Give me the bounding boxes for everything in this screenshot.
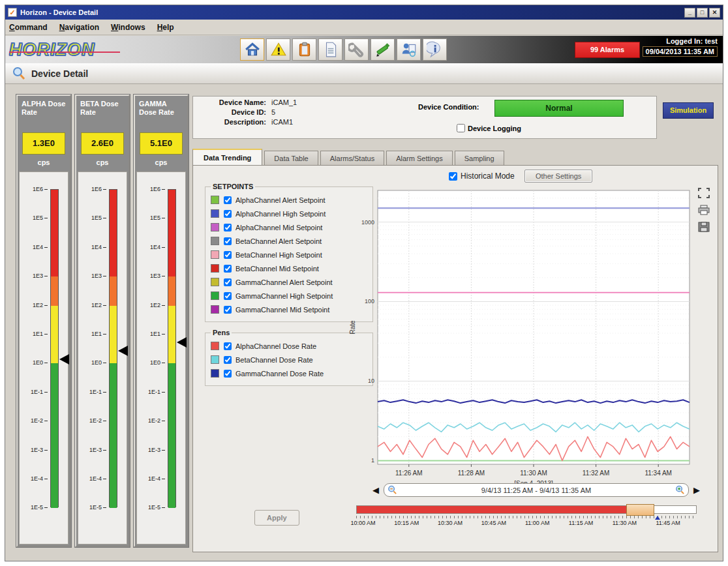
zoom-in-icon[interactable] bbox=[675, 485, 685, 495]
gauge-tick-label: 1E-2 bbox=[138, 417, 160, 424]
gauge-tick-label: 1E6 bbox=[138, 186, 160, 192]
alert-button[interactable] bbox=[266, 38, 290, 61]
gauge-tick-label: 1E1 bbox=[80, 331, 102, 337]
login-box: Logged In: test 09/04/2013 11:35 AM bbox=[620, 37, 718, 57]
svg-text:11:32 AM: 11:32 AM bbox=[583, 469, 610, 477]
legend-label: BetaChannel Dose Rate bbox=[235, 356, 313, 364]
gauge-tick bbox=[162, 421, 165, 421]
gauge-tick-label: 1E-3 bbox=[21, 447, 43, 453]
wrench-button[interactable] bbox=[344, 38, 369, 61]
legend-label: GammaChannel Alert Setpoint bbox=[235, 278, 333, 286]
zoom-out-icon[interactable] bbox=[387, 485, 397, 495]
home-button[interactable] bbox=[240, 38, 264, 61]
apply-button[interactable]: Apply bbox=[254, 510, 299, 526]
legend-checkbox[interactable] bbox=[224, 370, 232, 378]
legend-checkbox[interactable] bbox=[224, 237, 232, 245]
gauge-bar-segment bbox=[51, 363, 58, 508]
close-button[interactable]: ✕ bbox=[709, 8, 720, 18]
gauge-tick-label: 1E-5 bbox=[80, 504, 102, 511]
legend-checkbox[interactable] bbox=[224, 306, 232, 314]
title-bar: ✓ Horizon - Device Detail _ □ ✕ bbox=[5, 5, 723, 20]
logo-underline bbox=[9, 52, 120, 53]
gauge-tick bbox=[162, 305, 165, 306]
time-navigation-row: ◀ 9/4/13 11:25 AM - 9/4/13 11:35 AM ▶ bbox=[371, 483, 702, 497]
svg-text:10: 10 bbox=[368, 378, 374, 384]
gauge-tick-label: 1E4 bbox=[138, 244, 160, 250]
logged-in-label: Logged In: test bbox=[620, 37, 718, 45]
legend-item: BetaChannel High Setpoint bbox=[211, 248, 369, 261]
gauge-tick bbox=[162, 218, 165, 218]
historical-mode-checkbox[interactable] bbox=[449, 172, 457, 181]
tab-alarms-status[interactable]: Alarms/Status bbox=[320, 151, 384, 166]
gauge-color-bar bbox=[168, 189, 176, 507]
gauge-title: GAMMA Dose Rate bbox=[135, 96, 187, 131]
info-value: 5 bbox=[271, 108, 275, 116]
legend-checkbox[interactable] bbox=[224, 196, 232, 204]
trend-chart[interactable]: 110100100011:26 AM11:28 AM11:30 AM11:32 … bbox=[348, 181, 697, 498]
menu-item-navigation[interactable]: Navigation bbox=[59, 23, 99, 32]
datetime-display: 09/04/2013 11:35 AM bbox=[643, 46, 718, 57]
gauge-tick-label: 1E-5 bbox=[21, 504, 43, 511]
tab-sampling[interactable]: Sampling bbox=[455, 151, 504, 166]
gauge-tick-label: 1E6 bbox=[21, 186, 43, 192]
gauge-tick bbox=[162, 189, 165, 190]
timeline-handle[interactable] bbox=[626, 504, 654, 516]
menu-item-help[interactable]: Help bbox=[157, 23, 174, 32]
legend-checkbox[interactable] bbox=[224, 356, 232, 364]
info-button[interactable] bbox=[423, 38, 447, 61]
simulation-button[interactable]: Simulation bbox=[663, 102, 714, 119]
print-chart-icon[interactable] bbox=[698, 205, 710, 215]
gauge-tick-label: 1E0 bbox=[21, 359, 43, 366]
svg-text:11:26 AM: 11:26 AM bbox=[395, 469, 423, 477]
legend-item: AlphaChannel Mid Setpoint bbox=[211, 220, 369, 234]
page-title: Device Detail bbox=[31, 68, 88, 79]
legend-checkbox[interactable] bbox=[224, 278, 232, 286]
other-settings-button[interactable]: Other Settings bbox=[524, 170, 592, 183]
document-button[interactable] bbox=[318, 38, 342, 61]
expand-chart-icon[interactable] bbox=[698, 188, 710, 198]
clipboard-button[interactable] bbox=[292, 38, 316, 61]
info-icon bbox=[427, 41, 444, 58]
legend-checkbox[interactable] bbox=[224, 342, 232, 350]
tab-data-trending[interactable]: Data Trending bbox=[192, 149, 262, 166]
device-logging-checkbox[interactable] bbox=[457, 124, 465, 132]
legend-checkbox[interactable] bbox=[224, 210, 232, 218]
legend-label: BetaChannel Alert Setpoint bbox=[235, 237, 322, 245]
maximize-button[interactable]: □ bbox=[697, 8, 708, 18]
gauge-tick-label: 1E3 bbox=[21, 273, 43, 279]
tab-alarm-settings[interactable]: Alarm Settings bbox=[386, 151, 453, 166]
info-value: iCAM_1 bbox=[271, 98, 297, 106]
menu-item-command[interactable]: Command bbox=[9, 23, 48, 32]
gauge-tick-label: 1E3 bbox=[138, 273, 160, 279]
timeline-track[interactable] bbox=[356, 505, 697, 514]
svg-text:11:28 AM: 11:28 AM bbox=[458, 469, 485, 477]
reports-button[interactable] bbox=[397, 38, 421, 61]
time-range-box[interactable]: 9/4/13 11:25 AM - 9/4/13 11:35 AM bbox=[384, 483, 689, 497]
legend-checkbox[interactable] bbox=[224, 265, 232, 273]
gauge-tick bbox=[44, 450, 48, 451]
legend-label: AlphaChannel High Setpoint bbox=[235, 210, 326, 218]
wrench-icon bbox=[348, 41, 365, 58]
clipboard-icon bbox=[296, 41, 313, 58]
legend-checkbox[interactable] bbox=[224, 292, 232, 300]
gauge-tick bbox=[103, 276, 106, 276]
menu-item-windows[interactable]: Windows bbox=[111, 23, 145, 32]
legend-checkbox[interactable] bbox=[224, 224, 232, 231]
minimize-button[interactable]: _ bbox=[684, 8, 695, 18]
legend-item: AlphaChannel Dose Rate bbox=[211, 339, 369, 353]
gauge-bar-segment bbox=[51, 306, 58, 364]
legend-checkbox[interactable] bbox=[224, 251, 232, 259]
tab-data-table[interactable]: Data Table bbox=[264, 151, 318, 166]
scroll-left-arrow[interactable]: ◀ bbox=[371, 485, 381, 495]
gauge-tick bbox=[103, 507, 106, 508]
gauge-tick bbox=[103, 247, 106, 248]
gauge-tick bbox=[44, 421, 48, 421]
gauge-unit: cps bbox=[18, 156, 70, 170]
gauge-tick-label: 1E-2 bbox=[21, 417, 43, 424]
legend-color-swatch bbox=[211, 250, 219, 259]
save-chart-icon[interactable] bbox=[698, 222, 710, 232]
scroll-right-arrow[interactable]: ▶ bbox=[691, 485, 702, 495]
gauge-tick-label: 1E-4 bbox=[80, 475, 102, 482]
pencil-button[interactable] bbox=[371, 38, 395, 61]
legend-label: BetaChannel High Setpoint bbox=[235, 251, 322, 259]
